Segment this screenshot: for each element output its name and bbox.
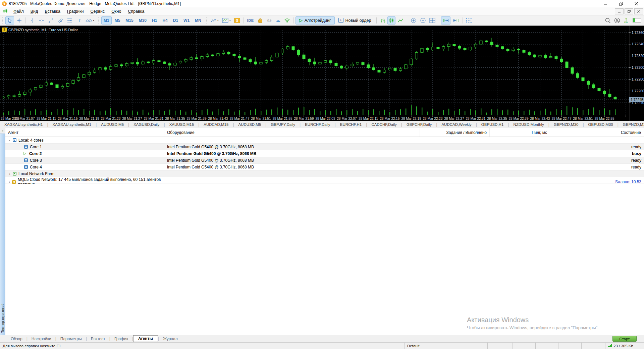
candlestick-chart[interactable]: 28 Mar 202528 Mar 21:0728 Mar 21:1128 Ma…: [0, 26, 644, 121]
timeframe-mn-button[interactable]: MN: [193, 16, 204, 24]
chart-area[interactable]: $+ GBPNZD.synthetic, M1: Euro vs US Doll…: [0, 26, 644, 121]
agent-group-row[interactable]: ›Local: 4 cores: [5, 137, 644, 144]
shapes-button[interactable]: ▾: [84, 16, 96, 24]
indicators-button[interactable]: ▾: [209, 16, 220, 24]
chart-tab-audcad-weekly[interactable]: AUDCAD,Weekly: [437, 122, 476, 127]
minimize-icon[interactable]: [598, 0, 613, 7]
expand-arrow-icon[interactable]: ›: [7, 172, 12, 176]
search-button[interactable]: [603, 16, 612, 24]
menu-item-сервис[interactable]: Сервис: [87, 8, 108, 15]
chart-tab-audcad-m15[interactable]: AUDCAD,M15: [199, 122, 233, 127]
level-button[interactable]: ⇧LVL: [622, 16, 630, 24]
data-window-button[interactable]: [465, 16, 474, 24]
tester-vertical-tab[interactable]: Тестер стратегий: [0, 134, 5, 335]
channel-button[interactable]: [56, 16, 65, 24]
cloud-button[interactable]: ☁: [274, 16, 282, 24]
agent-row[interactable]: ›Core 4Intel Pentium Gold G5400 @ 3.70GH…: [5, 164, 644, 170]
vps-button[interactable]: [283, 16, 291, 24]
tester-tab-параметры[interactable]: Параметры: [56, 336, 86, 342]
metaeditor-button[interactable]: IDE: [246, 16, 255, 24]
mdi-restore-icon[interactable]: [625, 8, 633, 14]
timeframe-h1-button[interactable]: H1: [150, 16, 159, 24]
close-icon[interactable]: [629, 0, 644, 7]
trendline-button[interactable]: [47, 16, 55, 24]
chart-shift-button[interactable]: [441, 16, 450, 24]
timeframe-m5-button[interactable]: M5: [112, 16, 123, 24]
tile-windows-button[interactable]: [428, 16, 437, 24]
col-state[interactable]: Состояние: [550, 128, 644, 137]
chart-tab-xagxau-synthetic-h1[interactable]: XAGXAU.synthetic,H1: [0, 122, 47, 127]
chart-tab-audusd-m5[interactable]: AUDUSD,M5: [97, 122, 128, 127]
tester-tab-агенты[interactable]: Агенты: [133, 335, 158, 342]
horizontal-line-button[interactable]: [37, 16, 46, 24]
chart-tab-xagusd-daily[interactable]: XAGUSD,Daily: [129, 122, 164, 127]
vertical-line-button[interactable]: [28, 16, 37, 24]
col-hardware[interactable]: Оборудование: [164, 128, 420, 137]
menu-item-вставка[interactable]: Вставка: [41, 8, 63, 15]
tester-tab-обзор[interactable]: Обзор: [7, 336, 26, 342]
cursor-button[interactable]: [5, 16, 14, 24]
fibo-button[interactable]: [65, 16, 74, 24]
menu-item-файл[interactable]: Файл: [10, 8, 27, 15]
crosshair-button[interactable]: [15, 16, 23, 24]
objects-window-button[interactable]: ▾: [221, 16, 232, 24]
signals-button[interactable]: ((o)): [265, 16, 273, 24]
tester-tab-настройки[interactable]: Настройки: [28, 336, 55, 342]
chart-tab-gbpnzd-m15[interactable]: GBPNZD,M15: [619, 122, 644, 127]
tester-tab-график[interactable]: График: [110, 336, 132, 342]
tester-tab-бэктест[interactable]: Бэктест: [87, 336, 109, 342]
chart-tab-gbpusd-h1[interactable]: GBPUSD,H1: [477, 122, 508, 127]
chart-tab-nzdusd-monthly[interactable]: NZDUSD,Monthly: [509, 122, 548, 127]
market-button[interactable]: [256, 16, 265, 24]
text-button[interactable]: T: [75, 16, 84, 24]
timeframe-m15-button[interactable]: M15: [123, 16, 136, 24]
new-order-button[interactable]: + Новый ордер: [335, 16, 375, 24]
agent-group-row[interactable]: ›Local Network Farm: [5, 170, 644, 177]
chart-tab-eurchf-daily[interactable]: EURCHF,Daily: [301, 122, 334, 127]
chart-tab-cadchf-daily[interactable]: CADCHF,Daily: [367, 122, 401, 127]
col-jobs[interactable]: Задания / Выполнено: [420, 128, 490, 137]
chart-tab-xauusd-m15[interactable]: XAUUSD,M15: [165, 122, 199, 127]
menu-item-справка[interactable]: Справка: [124, 8, 148, 15]
candles-chart-button[interactable]: [387, 16, 395, 24]
col-agent[interactable]: Агент: [5, 128, 164, 137]
chart-tab-gbpnzd-m30[interactable]: GBPNZD,M30: [549, 122, 583, 127]
chart-tab-xagxau-synthetic-m1[interactable]: XAGXAU.synthetic,M1: [48, 122, 96, 127]
status-profile[interactable]: Default: [404, 343, 455, 349]
agent-row[interactable]: ›Core 3Intel Pentium Gold G5400 @ 3.70GH…: [5, 157, 644, 164]
chart-tab-gbpchf-daily[interactable]: GBPCHF,Daily: [402, 122, 436, 127]
account-button[interactable]: [613, 16, 622, 24]
symbols-button[interactable]: $: [233, 16, 241, 24]
mdi-minimize-icon[interactable]: [615, 8, 624, 14]
line-chart-button[interactable]: [396, 16, 405, 24]
zoom-in-button[interactable]: [409, 16, 418, 24]
expand-arrow-icon[interactable]: ›: [8, 138, 12, 143]
expand-arrow-icon[interactable]: ›: [7, 180, 11, 184]
auto-scroll-button[interactable]: [451, 16, 461, 24]
svg-text:T: T: [78, 18, 81, 23]
start-button[interactable]: Старт: [612, 336, 637, 342]
chart-tab-gbpjpy-daily[interactable]: GBPJPY,Daily: [266, 122, 300, 127]
timeframe-d1-button[interactable]: D1: [171, 16, 180, 24]
bars-chart-button[interactable]: [379, 16, 387, 24]
algo-trading-button[interactable]: ▷ Алготрейдинг: [296, 16, 335, 24]
tester-close-icon[interactable]: ×: [0, 128, 5, 134]
chart-tab-eurchf-h1[interactable]: EURCHF,H1: [336, 122, 366, 127]
zoom-out-button[interactable]: [419, 16, 427, 24]
menu-item-окно[interactable]: Окно: [108, 8, 124, 15]
agent-row[interactable]: ›Core 1Intel Pentium Gold G5400 @ 3.70GH…: [5, 144, 644, 150]
menu-item-вид[interactable]: Вид: [27, 8, 42, 15]
restore-icon[interactable]: [613, 0, 629, 7]
timeframe-m30-button[interactable]: M30: [137, 16, 149, 24]
menu-item-графики[interactable]: Графики: [64, 8, 87, 15]
timeframe-w1-button[interactable]: W1: [181, 16, 192, 24]
chart-tab-gbpusd-m30[interactable]: GBPUSD,M30: [584, 122, 618, 127]
timeframe-m1-button[interactable]: M1: [101, 16, 112, 24]
mdi-close-icon[interactable]: [634, 8, 643, 14]
tester-tab-журнал[interactable]: Журнал: [159, 336, 182, 342]
agent-row[interactable]: ›▷Core 2Intel Pentium Gold G5400 @ 3.70G…: [5, 150, 644, 157]
agent-group-row[interactable]: ›MQL5 Cloud Network: 17 445 миллионов за…: [5, 177, 644, 184]
chart-tab-audusd-m5[interactable]: AUDUSD,M5: [234, 122, 266, 127]
col-ping[interactable]: Пинг, мс: [490, 128, 550, 137]
timeframe-h4-button[interactable]: H4: [160, 16, 170, 24]
